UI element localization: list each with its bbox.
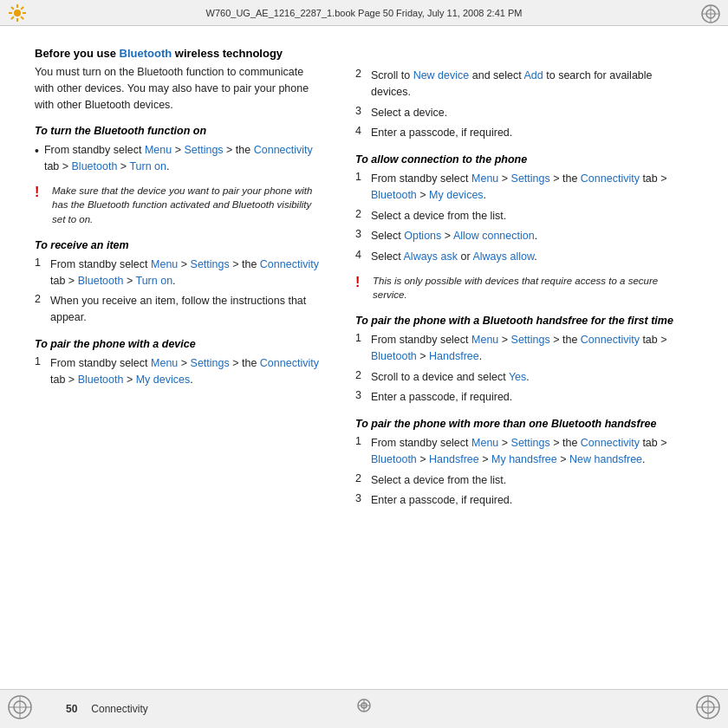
allow-item4-text: Select Always ask or Always allow. (371, 249, 693, 265)
bottom-left-corner-icon (7, 694, 33, 723)
section-multi-handsfree-title: To pair the phone with more than one Blu… (355, 418, 693, 430)
right-column: 2 Scroll to New device and select Add to… (338, 26, 728, 693)
notice-icon: ! (35, 185, 47, 200)
multi-handsfree-item2: 2 Select a device from the list. (355, 472, 693, 489)
allow-item2: 2 Select a device from the list. (355, 208, 693, 224)
item-num: 4 (355, 125, 369, 137)
item-num: 3 (355, 492, 369, 504)
handsfree-item3: 3 Enter a passcode, if required. (355, 389, 693, 406)
footer-center-icon (356, 698, 372, 716)
handsfree-item2-text: Scroll to a device and select Yes. (371, 369, 693, 386)
item-num: 1 (355, 171, 369, 183)
allow-item1: 1 From standby select Menu > Settings > … (355, 171, 693, 204)
item-num: 2 (35, 293, 49, 305)
footer-bar: 50 Connectivity (0, 689, 728, 728)
section-handsfree-title: To pair the phone with a Bluetooth hands… (355, 315, 693, 327)
section3-title: To receive an item (35, 239, 321, 251)
section1-title: Before you use Bluetooth wireless techno… (35, 47, 321, 60)
item-num: 3 (355, 228, 369, 240)
notice-icon: ! (355, 275, 367, 290)
main-content: Before you use Bluetooth wireless techno… (0, 26, 728, 693)
notice1-block: ! Make sure that the device you want to … (35, 184, 321, 227)
section-allow-title: To allow connection to the phone (355, 153, 693, 166)
item-num: 2 (355, 369, 369, 381)
item-num: 3 (355, 389, 369, 401)
notice1-text: Make sure that the device you want to pa… (52, 184, 321, 227)
header-text: W760_UG_AE_1216_2287_1.book Page 50 Frid… (10, 8, 718, 18)
allow-item3: 3 Select Options > Allow connection. (355, 228, 693, 244)
section3-item1: 1 From standby select Menu > Settings > … (35, 257, 321, 289)
svg-point-0 (14, 10, 21, 16)
top-right-corner-icon (700, 3, 721, 26)
item-num: 2 (355, 68, 369, 80)
right-item4: 4 Enter a passcode, if required. (355, 125, 693, 141)
section2-bullet1: • From standby select Menu > Settings > … (35, 142, 321, 175)
multi-handsfree-item1: 1 From standby select Menu > Settings > … (355, 435, 693, 468)
item-num: 3 (355, 105, 369, 117)
section2-bullet1-text: From standby select Menu > Settings > th… (44, 142, 321, 175)
item-num: 1 (355, 332, 369, 344)
notice2-text: This is only possible with devices that … (373, 274, 693, 302)
notice2-block: ! This is only possible with devices tha… (355, 274, 693, 302)
item-num: 1 (35, 355, 49, 367)
handsfree-item2: 2 Scroll to a device and select Yes. (355, 369, 693, 386)
section3-item2: 2 When you receive an item, follow the i… (35, 293, 321, 326)
handsfree-item1: 1 From standby select Menu > Settings > … (355, 332, 693, 365)
footer-page-number: 50 (66, 703, 77, 715)
section4-item1: 1 From standby select Menu > Settings > … (35, 355, 321, 388)
right-item2-text: Scroll to New device and select Add to s… (371, 68, 693, 101)
multi-handsfree-item3: 3 Enter a passcode, if required. (355, 492, 693, 509)
left-column: Before you use Bluetooth wireless techno… (0, 26, 338, 693)
handsfree-item1-text: From standby select Menu > Settings > th… (371, 332, 693, 365)
item-num: 2 (355, 208, 369, 220)
bottom-right-corner-icon (695, 694, 721, 723)
multi-handsfree-item2-text: Select a device from the list. (371, 472, 693, 489)
allow-item1-text: From standby select Menu > Settings > th… (371, 171, 693, 204)
section2-title: To turn the Bluetooth function on (35, 125, 321, 137)
right-item4-text: Enter a passcode, if required. (371, 125, 693, 141)
item-num: 1 (35, 257, 49, 269)
section4-title: To pair the phone with a device (35, 338, 321, 350)
item-num: 4 (355, 249, 369, 261)
section1-body: You must turn on the Bluetooth function … (35, 64, 321, 113)
svg-line-7 (21, 7, 23, 10)
section3-item2-text: When you receive an item, follow the ins… (50, 293, 321, 326)
top-left-corner-icon (7, 3, 28, 23)
svg-line-6 (21, 16, 23, 19)
bullet-icon: • (35, 144, 39, 158)
header-bar: W760_UG_AE_1216_2287_1.book Page 50 Frid… (0, 0, 728, 26)
allow-item2-text: Select a device from the list. (371, 208, 693, 224)
right-item3-text: Select a device. (371, 105, 693, 121)
multi-handsfree-item3-text: Enter a passcode, if required. (371, 492, 693, 509)
item-num: 2 (355, 472, 369, 484)
section4-item1-text: From standby select Menu > Settings > th… (50, 355, 321, 388)
right-item3: 3 Select a device. (355, 105, 693, 121)
allow-item4: 4 Select Always ask or Always allow. (355, 249, 693, 265)
right-item2: 2 Scroll to New device and select Add to… (355, 68, 693, 101)
svg-line-5 (11, 7, 14, 10)
section3-item1-text: From standby select Menu > Settings > th… (50, 257, 321, 289)
multi-handsfree-item1-text: From standby select Menu > Settings > th… (371, 435, 693, 468)
svg-line-8 (11, 16, 14, 19)
item-num: 1 (355, 435, 369, 447)
footer-section-label: Connectivity (91, 703, 147, 715)
allow-item3-text: Select Options > Allow connection. (371, 228, 693, 244)
handsfree-item3-text: Enter a passcode, if required. (371, 389, 693, 406)
